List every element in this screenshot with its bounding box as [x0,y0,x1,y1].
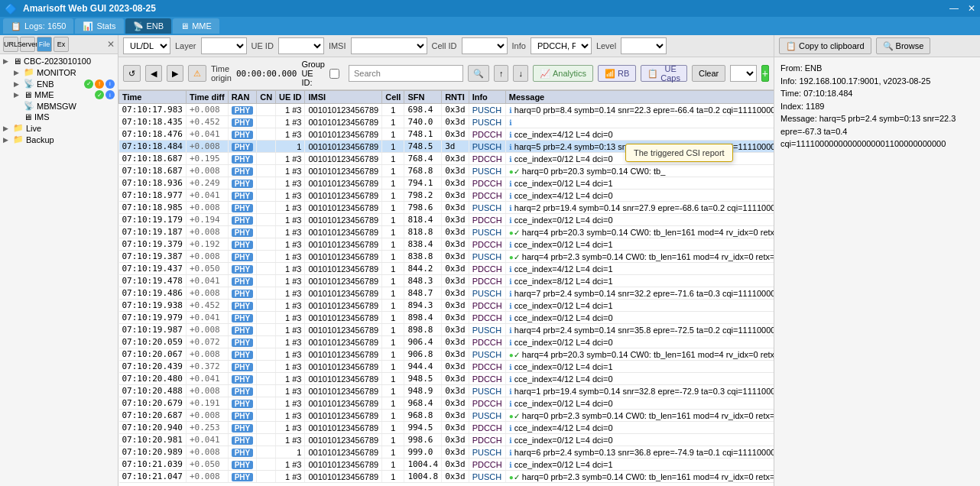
tab-mme[interactable]: 🖥 MME [173,18,219,34]
table-row[interactable]: 07:10:20.488 +0.008 PHY 1 #3 00101012345… [119,385,774,397]
table-row[interactable]: 07:10:19.979 +0.041 PHY 1 #3 00101012345… [119,312,774,324]
sidebar-btn-ex[interactable]: Ex [54,37,69,52]
col-ran[interactable]: RAN [228,91,257,104]
col-message[interactable]: Message [505,91,774,104]
table-row[interactable]: 07:10:19.379 +0.192 PHY 1 #3 00101012345… [119,238,774,251]
browse-btn[interactable]: 🔍 Browse [876,37,931,54]
col-sfn[interactable]: SFN [404,91,442,104]
col-time-diff[interactable]: Time diff [186,91,228,104]
layer-select[interactable] [201,37,247,54]
table-row[interactable]: 07:10:18.977 +0.041 PHY 1 #3 00101012345… [119,190,774,202]
tree-expand-backup: ▶ [3,136,11,144]
sidebar-btn-server[interactable]: Server [20,37,35,52]
tree-item-mme[interactable]: ▶ 🖥 MME ✓ i [2,89,116,100]
copy-to-clipboard-btn[interactable]: 📋 Copy to clipboard [779,37,871,54]
cell-imsi: 001010123456789 [305,410,382,422]
col-imsi[interactable]: IMSI [305,91,382,104]
filter-select-extra[interactable] [730,65,757,82]
cell-id-select[interactable] [462,37,508,54]
col-cell[interactable]: Cell [382,91,404,104]
badge-mme-green: ✓ [95,90,104,99]
sidebar-btn-file[interactable]: File [37,37,52,52]
cell-time: 07:10:20.488 [119,385,187,397]
tab-logs[interactable]: 📋 Logs: 1650 [3,18,73,34]
table-row[interactable]: 07:10:18.687 +0.008 PHY 1 #3 00101012345… [119,165,774,177]
search-input[interactable] [349,65,463,82]
table-row[interactable]: 07:10:18.985 +0.008 PHY 1 #3 00101012345… [119,202,774,214]
tree-item-monitor[interactable]: ▶ 📁 MONITOR [2,66,116,78]
group-ue-id-checkbox[interactable] [329,69,339,79]
direction-select[interactable]: UL/DLULDL [123,37,170,54]
table-row[interactable]: 07:10:20.981 +0.041 PHY 1 #3 00101012345… [119,434,774,446]
minimize-icon[interactable]: — [949,3,959,14]
table-row[interactable]: 07:10:20.480 +0.041 PHY 1 #3 00101012345… [119,373,774,385]
table-row[interactable]: 07:10:19.387 +0.008 PHY 1 #3 00101012345… [119,251,774,263]
tree-item-backup[interactable]: ▶ 📁 Backup [2,134,116,145]
table-row[interactable]: 07:10:19.437 +0.050 PHY 1 #3 00101012345… [119,263,774,275]
col-info[interactable]: Info [469,91,505,104]
table-row[interactable]: 07:10:21.047 +0.008 PHY 1 #3 00101012345… [119,471,774,483]
table-row[interactable]: 07:10:20.940 +0.253 PHY 1 #3 00101012345… [119,422,774,434]
cell-info: PUSCH [469,348,505,361]
cell-rnti: 0x3d [442,238,469,251]
cell-time: 07:10:18.985 [119,202,187,214]
table-row[interactable]: 07:10:20.067 +0.008 PHY 1 #3 00101012345… [119,348,774,361]
table-row[interactable]: 07:10:19.938 +0.452 PHY 1 #3 00101012345… [119,300,774,312]
close-icon[interactable]: ✕ [968,3,975,14]
table-row[interactable]: 07:10:20.059 +0.072 PHY 1 #3 00101012345… [119,336,774,348]
refresh-btn[interactable]: ↺ [123,65,141,82]
tree-item-ims[interactable]: 🖥 IMS [2,112,116,122]
table-row[interactable]: 07:10:19.179 +0.194 PHY 1 #3 00101012345… [119,214,774,226]
tab-enb[interactable]: 📡 ENB [125,18,172,34]
arrow-up-btn[interactable]: ↑ [494,65,509,82]
analytics-btn[interactable]: 📈 Analytics [533,65,593,82]
col-rnti[interactable]: RNTI [442,91,469,104]
rb-btn[interactable]: 📶 RB [598,65,636,82]
cell-cn [257,190,276,202]
warning-btn[interactable]: ⚠ [188,65,206,82]
arrow-down-btn[interactable]: ↓ [513,65,528,82]
table-row[interactable]: 07:10:20.439 +0.372 PHY 1 #3 00101012345… [119,361,774,373]
table-row[interactable]: 07:10:18.435 +0.452 PHY 1 #3 00101012345… [119,116,774,128]
cell-imsi: 001010123456789 [305,324,382,336]
imsi-select[interactable] [351,37,427,54]
cell-cell: 1 [382,300,404,312]
ue-id-select[interactable] [278,37,324,54]
cell-ue-id: 1 #3 [276,202,305,214]
sidebar-btn-url[interactable]: URL [3,37,18,52]
table-row[interactable]: 07:10:19.187 +0.008 PHY 1 #3 00101012345… [119,226,774,238]
cell-time: 07:10:20.989 [119,446,187,458]
tooltip-box: The triggered CSI report [625,144,733,162]
table-row[interactable]: 07:10:19.486 +0.008 PHY 1 #3 00101012345… [119,287,774,300]
tree-item-live[interactable]: ▶ 📁 Live [2,122,116,134]
table-row[interactable]: 07:10:19.987 +0.008 PHY 1 #3 00101012345… [119,324,774,336]
sidebar-close-btn[interactable]: ✕ [107,39,115,50]
col-time[interactable]: Time [119,91,187,104]
col-ue-id[interactable]: UE ID [276,91,305,104]
ue-caps-btn[interactable]: 📋 UE Caps [641,65,687,82]
back-btn[interactable]: ◀ [145,65,162,82]
table-row[interactable]: 07:10:20.687 +0.008 PHY 1 #3 00101012345… [119,410,774,422]
table-row[interactable]: 07:10:20.679 +0.191 PHY 1 #3 00101012345… [119,397,774,410]
table-row[interactable]: 07:10:18.476 +0.041 PHY 1 #3 00101012345… [119,128,774,141]
phy-badge: PHY [232,326,254,335]
tab-stats[interactable]: 📊 Stats [75,18,123,34]
cell-ue-id: 1 #3 [276,177,305,190]
tree-item-enb[interactable]: ▶ 📡 ENB ✓ ! i [2,78,116,89]
info-select[interactable]: PDCCH, P [531,37,592,54]
table-row[interactable]: 07:10:21.039 +0.050 PHY 1 #3 00101012345… [119,458,774,471]
table-row[interactable]: 07:10:19.478 +0.041 PHY 1 #3 00101012345… [119,275,774,287]
phy-badge: PHY [232,314,254,322]
forward-btn[interactable]: ▶ [167,65,183,82]
col-cn[interactable]: CN [257,91,276,104]
table-row[interactable]: 07:10:18.936 +0.249 PHY 1 #3 00101012345… [119,177,774,190]
table-row[interactable]: 07:10:17.983 +0.008 PHY 1 #3 00101012345… [119,104,774,116]
cell-ue-id: 1 #3 [276,165,305,177]
level-select[interactable] [621,37,667,54]
tree-item-mbmsgw[interactable]: 📡 MBMSGW [2,100,116,112]
tree-item-cbc[interactable]: ▶ 🖥 CBC-2023010100 [2,56,116,66]
search-icon-btn[interactable]: 🔍 [468,65,489,82]
table-row[interactable]: 07:10:20.989 +0.008 PHY 1 00101012345678… [119,446,774,458]
add-btn[interactable]: + [761,65,769,82]
clear-btn[interactable]: Clear [692,65,725,82]
